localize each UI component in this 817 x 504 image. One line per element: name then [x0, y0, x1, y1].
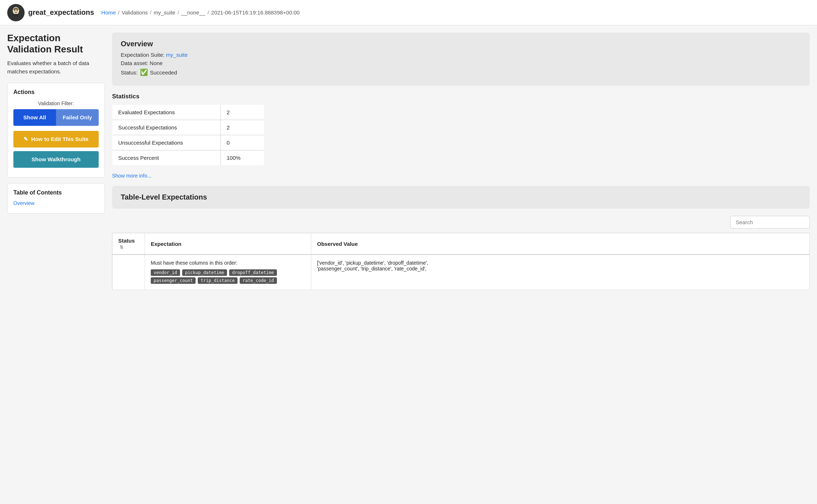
col-header-expectation: Expectation: [145, 233, 311, 255]
filter-label: Validation Filter:: [13, 101, 99, 106]
breadcrumb-sep-4: /: [208, 9, 209, 16]
expectation-tags: vendor_id pickup_datetime dropoff_dateti…: [151, 269, 305, 285]
statistics-table: Evaluated Expectations 2 Successful Expe…: [112, 104, 264, 166]
toc-link-overview[interactable]: Overview: [13, 200, 99, 206]
header-row: Status ⇅ Expectation Observed Value: [112, 233, 810, 255]
sidebar-title: Expectation Validation Result: [7, 33, 105, 55]
overview-title: Overview: [121, 40, 801, 48]
stat-value-evaluated: 2: [221, 105, 264, 120]
filter-buttons: Show All Failed Only: [13, 109, 99, 126]
tag-vendor-id: vendor_id: [151, 269, 180, 276]
col-header-observed: Observed Value: [311, 233, 810, 255]
edit-suite-label: How to Edit This Suite: [31, 136, 88, 142]
toc-box: Table of Contents Overview: [7, 183, 105, 214]
pencil-icon: ✎: [23, 136, 28, 142]
breadcrumb-validations: Validations: [121, 9, 147, 16]
search-row: [112, 216, 810, 228]
stat-label-unsuccessful: Unsuccessful Expectations: [112, 135, 221, 150]
stat-value-successful: 2: [221, 120, 264, 135]
overview-status-row: Status: ✅ Succeeded: [121, 68, 801, 76]
sidebar-description: Evaluates whether a batch of data matche…: [7, 59, 105, 76]
col-header-status[interactable]: Status ⇅: [112, 233, 145, 255]
statistics-section: Statistics Evaluated Expectations 2 Succ…: [112, 93, 810, 166]
show-all-button[interactable]: Show All: [13, 109, 56, 126]
success-icon: ✅: [140, 68, 148, 76]
tag-pickup-datetime: pickup_datetime: [182, 269, 227, 276]
row-observed-value: ['vendor_id', 'pickup_datetime', 'dropof…: [311, 255, 810, 290]
sidebar: Expectation Validation Result Evaluates …: [7, 33, 105, 497]
actions-title: Actions: [13, 89, 99, 95]
main-content: Overview Expectation Suite: my_suite Dat…: [112, 33, 810, 497]
tag-rate-code-id: rate_code_id: [240, 277, 277, 284]
svg-rect-5: [13, 14, 18, 16]
expectations-table: Status ⇅ Expectation Observed Value Must…: [112, 233, 810, 290]
breadcrumb-sep-2: /: [150, 9, 151, 16]
main-layout: Expectation Validation Result Evaluates …: [0, 25, 817, 504]
overview-asset-row: Data asset: None: [121, 60, 801, 66]
overview-section: Overview Expectation Suite: my_suite Dat…: [112, 33, 810, 86]
status-value: Succeeded: [150, 69, 177, 76]
failed-only-button[interactable]: Failed Only: [56, 109, 99, 126]
asset-label: Data asset:: [121, 60, 148, 66]
show-walkthrough-button[interactable]: Show Walkthrough: [13, 151, 99, 168]
table-level-section: Table-Level Expectations: [112, 186, 810, 209]
statistics-title: Statistics: [112, 93, 810, 100]
logo-image: [7, 4, 25, 21]
svg-point-4: [17, 9, 18, 11]
asset-value: None: [150, 60, 163, 66]
expectations-table-body: Must have these columns in this order: v…: [112, 255, 810, 290]
status-label: Status:: [121, 69, 138, 76]
stat-value-percent: 100%: [221, 150, 264, 166]
table-level-title: Table-Level Expectations: [121, 193, 801, 201]
tag-dropoff-datetime: dropoff_datetime: [229, 269, 277, 276]
show-more-link[interactable]: Show more info...: [112, 173, 810, 179]
suite-link[interactable]: my_suite: [166, 52, 188, 58]
svg-point-3: [14, 9, 16, 11]
edit-suite-button[interactable]: ✎ How to Edit This Suite: [13, 131, 99, 148]
suite-label: Expectation Suite:: [121, 52, 164, 58]
row-expectation: Must have these columns in this order: v…: [145, 255, 311, 290]
search-input[interactable]: [730, 216, 810, 228]
table-row: Success Percent 100%: [112, 150, 264, 166]
breadcrumb-home[interactable]: Home: [101, 9, 116, 16]
expectation-text: Must have these columns in this order:: [151, 260, 305, 266]
breadcrumb-sep-3: /: [177, 9, 179, 16]
stat-value-unsuccessful: 0: [221, 135, 264, 150]
table-row: Must have these columns in this order: v…: [112, 255, 810, 290]
app-header: great_expectations Home / Validations / …: [0, 0, 817, 25]
tag-trip-distance: trip_distance: [198, 277, 238, 284]
breadcrumb-timestamp: 2021-06-15T16:19:16.888398+00:00: [211, 9, 300, 16]
actions-box: Actions Validation Filter: Show All Fail…: [7, 83, 105, 178]
breadcrumb-sep-1: /: [118, 9, 119, 16]
stat-label-successful: Successful Expectations: [112, 120, 221, 135]
breadcrumb-suite: my_suite: [154, 9, 175, 16]
row-status: [112, 255, 145, 290]
logo-text: great_expectations: [28, 8, 94, 17]
walkthrough-label: Show Walkthrough: [31, 156, 80, 162]
table-row: Unsuccessful Expectations 0: [112, 135, 264, 150]
toc-title: Table of Contents: [13, 189, 99, 196]
sort-icon-status: ⇅: [120, 245, 123, 250]
stat-label-percent: Success Percent: [112, 150, 221, 166]
expectations-table-header: Status ⇅ Expectation Observed Value: [112, 233, 810, 255]
stat-label-evaluated: Evaluated Expectations: [112, 105, 221, 120]
tag-passenger-count: passenger_count: [151, 277, 196, 284]
table-row: Successful Expectations 2: [112, 120, 264, 135]
breadcrumb: Home / Validations / my_suite / __none__…: [101, 9, 300, 16]
breadcrumb-none: __none__: [181, 9, 205, 16]
table-row: Evaluated Expectations 2: [112, 105, 264, 120]
logo: great_expectations: [7, 4, 94, 21]
overview-suite-row: Expectation Suite: my_suite: [121, 52, 801, 58]
